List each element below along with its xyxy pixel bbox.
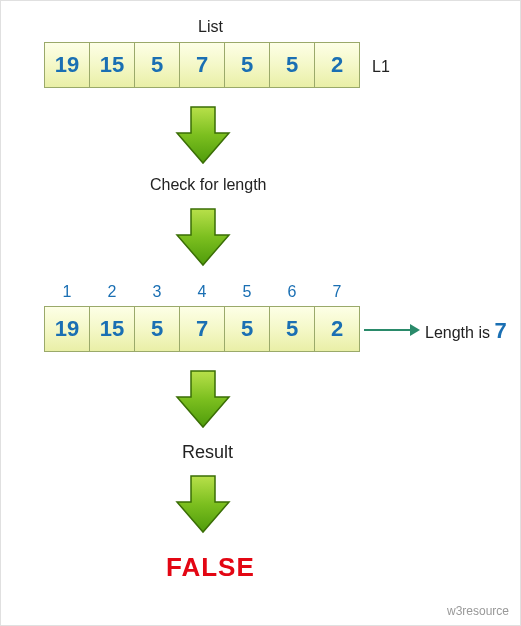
index-label: 2 [89,283,135,301]
list-cell: 5 [134,306,180,352]
arrow-down-icon [173,367,233,431]
index-label: 6 [269,283,315,301]
credit: w3resource [447,604,509,618]
list-cell: 5 [269,42,315,88]
arrow-down-icon [173,472,233,536]
list-cell: 7 [179,306,225,352]
list-cell: 7 [179,42,225,88]
list-cell: 15 [89,42,135,88]
list-cell: 5 [224,42,270,88]
index-label: 1 [44,283,90,301]
check-length-label: Check for length [150,176,267,194]
result-value: FALSE [166,552,255,583]
index-label: 4 [179,283,225,301]
list-cell: 5 [269,306,315,352]
list-name-l1: L1 [372,58,390,76]
index-label: 3 [134,283,180,301]
arrow-down-icon [173,205,233,269]
length-prefix: Length is [425,324,494,341]
list-row-1: 191557552 [44,42,360,88]
list-cell: 2 [314,306,360,352]
list-title: List [198,18,223,36]
list-cell: 15 [89,306,135,352]
list-cell: 5 [224,306,270,352]
list-cell: 19 [44,42,90,88]
index-label: 5 [224,283,270,301]
svg-marker-1 [410,324,420,336]
list-cell: 19 [44,306,90,352]
length-text: Length is 7 [425,318,507,344]
index-label: 7 [314,283,360,301]
arrow-right-icon [362,321,422,339]
index-row: 1234567 [44,283,360,301]
result-label: Result [182,442,233,463]
arrow-down-icon [173,103,233,167]
list-row-2: 191557552 [44,306,360,352]
length-value: 7 [494,318,506,343]
list-cell: 2 [314,42,360,88]
list-cell: 5 [134,42,180,88]
